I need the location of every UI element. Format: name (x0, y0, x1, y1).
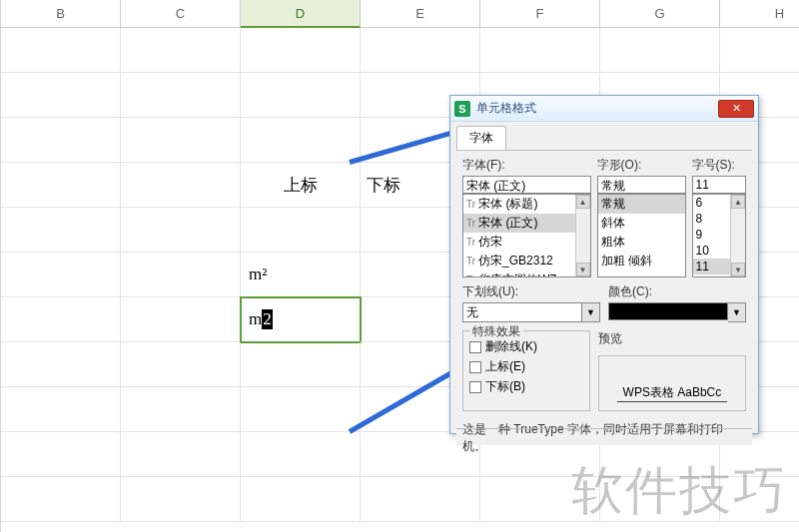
size-field[interactable]: 11 (692, 176, 746, 194)
list-item[interactable]: Tr宋体 (标题) (463, 195, 590, 214)
cell[interactable] (121, 73, 241, 118)
col-header-G[interactable]: G (600, 0, 720, 28)
cell[interactable] (241, 477, 361, 522)
cell[interactable] (361, 28, 480, 73)
cell[interactable] (121, 163, 241, 208)
cell[interactable] (480, 28, 600, 73)
font-list[interactable]: Tr宋体 (标题) Tr宋体 (正文) Tr仿宋 Tr仿宋_GB2312 Tr华… (462, 194, 591, 277)
cell[interactable] (1, 342, 121, 387)
cell[interactable] (241, 342, 361, 387)
effects-title: 特殊效果 (469, 323, 523, 340)
dialog-tabs: 字体 (450, 122, 758, 150)
cell[interactable] (121, 477, 241, 522)
divider (456, 428, 752, 429)
cell[interactable] (241, 118, 361, 163)
scroll-down-icon[interactable]: ▼ (731, 263, 745, 276)
close-button[interactable]: ✕ (718, 100, 754, 118)
font-label: 字体(F): (462, 157, 591, 174)
superscript-checkbox[interactable]: 上标(E) (469, 358, 583, 375)
color-label: 颜色(C): (608, 283, 746, 300)
cell[interactable] (121, 387, 241, 432)
size-label: 字号(S): (692, 157, 746, 174)
cell[interactable] (1, 253, 121, 297)
color-combo[interactable]: ▼ (608, 302, 746, 322)
font-hint: 这是一种 TrueType 字体，同时适用于屏幕和打印机。 (462, 421, 746, 455)
font-type-icon: Tr (466, 199, 475, 210)
dialog-titlebar[interactable]: S 单元格格式 ✕ (450, 96, 758, 122)
chevron-down-icon[interactable]: ▼ (728, 302, 746, 322)
font-field[interactable]: 宋体 (正文) (462, 176, 591, 194)
list-item[interactable]: Tr宋体 (正文) (463, 214, 590, 233)
list-item[interactable]: 常规 (598, 195, 685, 214)
tab-font[interactable]: 字体 (456, 126, 506, 150)
cell[interactable] (1, 28, 121, 73)
style-label: 字形(O): (597, 157, 686, 174)
cell-edit-prefix: m (249, 309, 262, 329)
cell[interactable] (241, 387, 361, 432)
chevron-down-icon[interactable]: ▼ (582, 302, 600, 322)
cell[interactable] (1, 387, 121, 432)
checkbox-icon (469, 381, 481, 393)
style-field[interactable]: 常规 (597, 176, 686, 194)
cell-superscript-label[interactable]: 上标 (241, 163, 361, 208)
cell[interactable] (1, 73, 121, 118)
col-header-F[interactable]: F (480, 0, 600, 28)
dialog-body: 字体(F): 宋体 (正文) Tr宋体 (标题) Tr宋体 (正文) Tr仿宋 … (456, 150, 752, 445)
col-header-H[interactable]: H (720, 0, 799, 28)
list-item[interactable]: 斜体 (598, 214, 685, 233)
cell[interactable] (1, 477, 121, 522)
cell-editing[interactable]: m2 (241, 297, 361, 342)
col-header-D[interactable]: D (241, 0, 361, 28)
list-item[interactable]: 加粗 倾斜 (598, 252, 685, 270)
dialog-title: 单元格格式 (476, 100, 718, 117)
strikethrough-checkbox[interactable]: 删除线(K) (469, 338, 583, 355)
col-header-B[interactable]: B (1, 0, 121, 28)
font-type-icon: Tr (466, 218, 475, 229)
font-type-icon: Tr (466, 237, 475, 248)
list-item[interactable]: Tr仿宋 (463, 233, 590, 252)
cell[interactable] (121, 253, 241, 297)
cell[interactable] (1, 297, 121, 342)
size-list[interactable]: 6 8 9 10 11 12 ▲ ▼ (692, 194, 746, 277)
scrollbar[interactable]: ▲ ▼ (575, 195, 590, 276)
preview-title: 预览 (598, 330, 746, 347)
cell[interactable] (121, 28, 241, 73)
cell[interactable] (241, 432, 361, 477)
subscript-checkbox[interactable]: 下标(B) (469, 378, 583, 395)
style-list[interactable]: 常规 斜体 粗体 加粗 倾斜 (597, 194, 686, 277)
checkbox-icon (469, 341, 481, 353)
list-item[interactable]: Tr仿宋_GB2312 (463, 252, 590, 270)
cell[interactable] (1, 118, 121, 163)
underline-combo[interactable]: 无 ▼ (462, 302, 600, 322)
scrollbar[interactable]: ▲ ▼ (730, 195, 745, 276)
cell[interactable] (1, 432, 121, 477)
scroll-down-icon[interactable]: ▼ (576, 263, 590, 276)
scroll-up-icon[interactable]: ▲ (576, 195, 590, 209)
effects-group: 特殊效果 删除线(K) 上标(E) 下标(B) (462, 330, 590, 411)
cell[interactable] (121, 118, 241, 163)
font-type-icon: Tr (466, 274, 475, 277)
col-header-E[interactable]: E (361, 0, 480, 28)
checkbox-icon (469, 361, 481, 373)
cell[interactable] (121, 432, 241, 477)
cell-edit-selection: 2 (262, 309, 273, 329)
list-item[interactable]: 粗体 (598, 233, 685, 252)
list-item[interactable]: Tr华康方圆体W7 (463, 270, 590, 277)
cell[interactable] (600, 28, 720, 73)
underline-label: 下划线(U): (462, 283, 600, 300)
cell[interactable] (361, 477, 480, 522)
cell[interactable] (241, 208, 361, 253)
cell[interactable] (121, 297, 241, 342)
cell[interactable] (1, 208, 121, 253)
underline-value: 无 (462, 302, 582, 322)
cell[interactable] (241, 73, 361, 118)
cell[interactable] (720, 28, 799, 73)
scroll-up-icon[interactable]: ▲ (731, 195, 745, 209)
cell-m-squared[interactable]: m² (241, 253, 361, 297)
cell[interactable] (241, 28, 361, 73)
cell[interactable] (1, 163, 121, 208)
col-header-C[interactable]: C (121, 0, 241, 28)
column-headers: B C D E F G H (1, 0, 799, 28)
cell[interactable] (121, 208, 241, 253)
cell[interactable] (121, 342, 241, 387)
